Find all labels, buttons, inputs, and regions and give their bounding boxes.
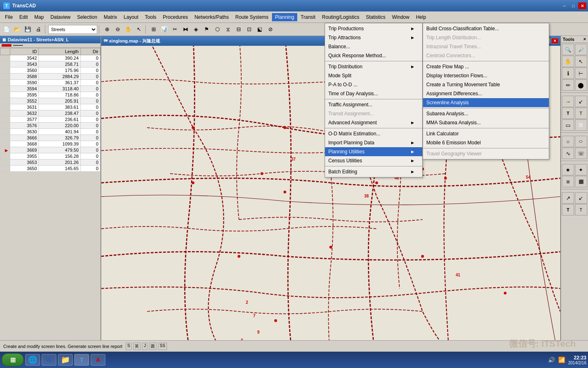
taskbar-ie[interactable]: 🌐 <box>25 354 40 366</box>
menu-item-matrix[interactable]: Matrix <box>100 13 120 21</box>
tb-extra-12[interactable]: ⊘ <box>265 25 275 34</box>
zoom-in-toolbar[interactable]: ⊕ <box>102 25 112 34</box>
tool-text1[interactable]: T <box>562 108 574 119</box>
tool-star[interactable]: ★ <box>562 164 574 175</box>
menu-item-transit[interactable]: Transit <box>297 13 318 21</box>
tool-rect2[interactable]: ⬜ <box>575 119 587 131</box>
tool-oval[interactable]: ⬭ <box>575 136 587 147</box>
planning-menu-item-balance[interactable]: Balance... <box>325 42 422 51</box>
menu-item-window[interactable]: Window <box>389 13 413 21</box>
taskbar-acrobat[interactable]: A <box>91 354 105 366</box>
menu-item-help[interactable]: Help <box>413 13 430 21</box>
tool-image[interactable]: ⬛ <box>575 176 587 187</box>
layer-combo[interactable]: Streets <box>48 25 97 34</box>
tb-extra-11[interactable]: ⬕ <box>255 25 265 34</box>
tool-node[interactable]: ⬤ <box>575 79 587 91</box>
taskbar-explorer[interactable]: 📁 <box>58 354 73 366</box>
tb-extra-7[interactable]: ⬡ <box>212 25 222 34</box>
menu-item-layout[interactable]: Layout <box>120 13 142 21</box>
tool-phone[interactable]: ☏ <box>575 148 587 159</box>
taskbar-transcad[interactable]: T <box>74 354 89 366</box>
planning-utils-item-screenline[interactable]: Screenline Analysis <box>423 98 549 107</box>
tool-select[interactable]: ↖ <box>575 56 587 67</box>
tool-measure[interactable]: ⊢ <box>575 67 587 79</box>
planning-utils-item-build-cross[interactable]: Build Cross-Classification Table... <box>423 24 549 33</box>
tb-extra-9[interactable]: ⊟ <box>234 25 243 34</box>
planning-utils-item-subarea[interactable]: Subarea Analysis... <box>423 109 549 118</box>
tool-rect[interactable]: ▭ <box>562 119 574 131</box>
taskbar-word[interactable]: W <box>42 354 56 366</box>
planning-utils-item-link-calc[interactable]: Link Calculator <box>423 129 549 138</box>
tool-select2[interactable]: ↙ <box>575 96 587 107</box>
planning-menu-item-trip-distribution[interactable]: Trip Distribution▶ <box>325 62 422 71</box>
planning-utils-item-assignment-diff[interactable]: Assignment Differences... <box>423 89 549 98</box>
maximize-button[interactable]: □ <box>569 2 577 9</box>
planning-menu-item-pa-to-od[interactable]: P-A to O-D ... <box>325 80 422 89</box>
menu-item-selection[interactable]: Selection <box>74 13 100 21</box>
print-button[interactable]: 🖨 <box>33 25 43 34</box>
planning-menu-item-census-utilities[interactable]: Census Utilities▶ <box>325 156 422 165</box>
planning-menu-item-trip-attractions[interactable]: Trip Attractions▶ <box>325 33 422 42</box>
planning-menu-item-batch-editing[interactable]: Batch Editing▶ <box>325 167 422 176</box>
tool-zoom-in[interactable]: 🔍 <box>562 44 574 55</box>
planning-utils-item-create-flow[interactable]: Create Flow Map ... <box>423 62 549 71</box>
menu-item-dataview[interactable]: Dataview <box>47 13 74 21</box>
tool-label2[interactable]: T <box>575 204 587 215</box>
menu-item-statistics[interactable]: Statistics <box>363 13 389 21</box>
menu-item-procedures[interactable]: Procedures <box>160 13 191 21</box>
planning-menu-item-traffic-assignment[interactable]: Traffic Assignment... <box>325 100 422 109</box>
tb-extra-2[interactable]: 📊 <box>159 25 169 34</box>
minimize-button[interactable]: ─ <box>560 2 568 9</box>
planning-menu-item-mode-split[interactable]: Mode Split <box>325 71 422 80</box>
tool-text2[interactable]: T <box>575 108 587 119</box>
zoom-out-toolbar[interactable]: ⊖ <box>113 25 122 34</box>
tool-arrow[interactable]: → <box>562 96 574 107</box>
tool-grid[interactable]: ⊞ <box>562 176 574 187</box>
start-button[interactable]: ⊞ <box>2 353 24 366</box>
tool-wave[interactable]: ∿ <box>562 148 574 159</box>
tool-label1[interactable]: T <box>562 204 574 215</box>
tool-draw[interactable]: ✏ <box>562 79 574 91</box>
planning-utils-item-mobile6[interactable]: Mobile 6 Emission Model <box>423 138 549 147</box>
tool-identify[interactable]: ℹ <box>562 67 574 79</box>
tool-pan[interactable]: ✋ <box>562 56 574 67</box>
save-button[interactable]: 💾 <box>23 25 33 34</box>
tool-compass[interactable]: ✦ <box>575 164 587 175</box>
tool-zoom-out[interactable]: 🔎 <box>575 44 587 55</box>
tb-extra-10[interactable]: ⊡ <box>244 25 254 34</box>
planning-menu-item-advanced-assignment[interactable]: Advanced Assignment▶ <box>325 118 422 127</box>
tb-extra-1[interactable]: ⊞ <box>149 25 158 34</box>
tb-extra-5[interactable]: ◈ <box>191 25 201 34</box>
menu-item-file[interactable]: File <box>2 13 16 21</box>
planning-menu-item-planning-utilities[interactable]: Planning Utilities▶ <box>325 147 422 156</box>
tool-cursor4[interactable]: ↙ <box>575 192 587 204</box>
planning-utils-item-display-intersection[interactable]: Display Intersection Flows... <box>423 71 549 80</box>
planning-menu-item-import-planning[interactable]: Import Planning Data▶ <box>325 138 422 147</box>
menu-item-map[interactable]: Map <box>31 13 47 21</box>
menu-item-edit[interactable]: Edit <box>16 13 31 21</box>
menu-item-planning[interactable]: Planning <box>272 13 298 21</box>
menu-item-networks[interactable]: Networks/Paths <box>191 13 232 21</box>
tool-cursor3[interactable]: ↗ <box>562 192 574 204</box>
planning-menu-item-quick-response[interactable]: Quick Response Method... <box>325 51 422 60</box>
menu-item-route-systems[interactable]: Route Systems <box>232 13 272 21</box>
tb-extra-4[interactable]: ⧓ <box>180 25 190 34</box>
menu-item-routing[interactable]: Routing/Logistics <box>319 13 363 21</box>
tools-close-icon[interactable]: ✕ <box>583 37 586 41</box>
map-close[interactable]: ✕ <box>551 38 559 44</box>
planning-utils-item-mma-subarea[interactable]: MMA Subarea Analysis... <box>423 118 549 127</box>
menu-item-tools[interactable]: Tools <box>142 13 160 21</box>
open-button[interactable]: 📂 <box>12 25 22 34</box>
planning-menu-item-od-matrix[interactable]: O-D Matrix Estimation... <box>325 129 422 138</box>
close-button[interactable]: ✕ <box>578 2 586 9</box>
planning-menu-item-trip-productions[interactable]: Trip Productions▶ <box>325 24 422 33</box>
tb-extra-3[interactable]: ✂ <box>170 25 180 34</box>
select-toolbar[interactable]: ↖ <box>134 25 144 34</box>
tb-extra-8[interactable]: ⧖ <box>223 25 233 34</box>
tb-extra-6[interactable]: ⚑ <box>202 25 212 34</box>
new-button[interactable]: 📄 <box>2 25 11 34</box>
planning-utils-item-create-turning[interactable]: Create a Turning Movement Table <box>423 80 549 89</box>
taskbar-clock[interactable]: 22:23 2014/2/16 <box>568 355 587 365</box>
planning-menu-item-time-of-day[interactable]: Time of Day Analysis... <box>325 89 422 98</box>
pan-toolbar[interactable]: ✋ <box>123 25 133 34</box>
